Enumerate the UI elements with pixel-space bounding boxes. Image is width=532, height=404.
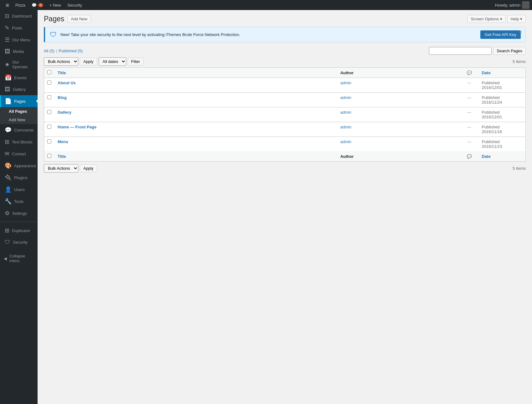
sidebar-item-comments[interactable]: 💬 Comments [0,124,38,136]
adminbar-security[interactable]: Security [64,0,85,10]
adminbar-new[interactable]: + New [46,0,64,10]
new-label: + New [49,3,61,8]
sidebar-item-text-blocks[interactable]: ⊞ Text Blocks [0,136,38,148]
search-pages-input[interactable] [429,47,492,55]
adminbar-wp-logo[interactable]: ⊞ [3,0,12,10]
sidebar-item-label: Posts [12,26,22,30]
plugins-icon: 🔌 [5,174,12,181]
date-filter-select[interactable]: All dates [99,57,126,66]
help-button[interactable]: Help ▾ [507,15,526,23]
filter-button[interactable]: Filter [128,58,144,65]
sidebar-item-posts[interactable]: ✎ Posts [0,22,38,34]
top-apply-button[interactable]: Apply [80,58,97,65]
sidebar-item-label: Settings [12,211,27,216]
select-all-footer-checkbox[interactable] [47,154,51,158]
notice-text: New! Take your site security to the next… [60,32,477,37]
sidebar-item-label: Plugins [14,175,28,180]
sidebar-item-our-menu[interactable]: ☰ Our Menu [0,34,38,46]
row-date-4: Published 2016/11/23 [479,137,526,152]
sidebar-subitem-all-pages[interactable]: All Pages [0,107,38,116]
filter-all[interactable]: All (5) [44,49,54,53]
select-all-checkbox[interactable] [47,70,51,74]
page-title-link-3[interactable]: Home — Front Page [58,125,96,129]
sidebar-item-pages[interactable]: 📄 Pages [0,95,38,107]
sidebar-item-label: Gallery [13,87,26,92]
sidebar-item-label: Users [14,187,25,192]
pages-table: Title Author 💬 Date [44,67,526,162]
author-link-4[interactable]: admin [340,139,351,144]
row-author-0: admin [337,78,460,93]
bottom-table-controls: Bulk Actions Apply 5 items [44,164,526,173]
row-select-checkbox-3[interactable] [47,125,51,129]
sidebar-item-duplicator[interactable]: ⊞ Duplicator [0,225,38,236]
row-comments-2: — [460,107,479,122]
date-val-2: 2016/12/01 [482,115,502,119]
sidebar-item-plugins[interactable]: 🔌 Plugins [0,172,38,184]
page-title-link-1[interactable]: Blog [58,95,67,100]
top-bulk-actions-select[interactable]: Bulk Actions [44,57,78,66]
sidebar-item-events[interactable]: 📅 Events [0,72,38,84]
author-header-label: Author [340,70,354,75]
adminbar-comments[interactable]: 💬 0 [28,0,46,10]
row-checkbox-3 [44,122,55,137]
notice-close-button[interactable]: × [517,29,524,35]
author-link-2[interactable]: admin [340,110,351,115]
author-link-1[interactable]: admin [340,95,351,100]
table-footer-title[interactable]: Title [54,151,337,162]
sidebar-subitem-add-new[interactable]: Add New [0,116,38,124]
table-header-title[interactable]: Title [54,68,337,78]
bottom-apply-button[interactable]: Apply [80,164,97,172]
subitem-label: All Pages [9,109,27,114]
row-checkbox-0 [44,78,55,93]
get-free-api-key-button[interactable]: Get Free API Key [480,30,521,39]
collapse-menu-button[interactable]: ◀ Collapse menu [0,251,38,266]
howdy-text: Howdy, admin [495,3,520,8]
filter-all-count: (5) [49,49,54,53]
pub-status-4: Published [482,139,500,144]
filter-published[interactable]: Published (5) [59,49,83,53]
pub-status-1: Published [482,95,500,100]
page-title-link-0[interactable]: About Us [58,80,76,85]
comments-count-badge: 0 [38,3,43,7]
page-title-link-2[interactable]: Gallery [58,110,71,115]
date-val-0: 2016/12/01 [482,85,502,90]
row-select-checkbox-0[interactable] [47,80,51,85]
bottom-bulk-actions-select[interactable]: Bulk Actions [44,164,78,173]
screen-options-button[interactable]: Screen Options ▾ [467,15,505,23]
events-icon: 📅 [5,74,12,81]
title-footer-label: Title [58,154,66,159]
author-link-3[interactable]: admin [340,125,351,129]
sidebar-item-gallery[interactable]: 🖼 Gallery [0,84,38,95]
sidebar-item-our-specials[interactable]: ★ Our Specials [0,57,38,72]
table-row: Menu admin — Published 2016/11/23 [44,137,526,152]
date-val-3: 2016/11/16 [482,129,502,134]
sidebar-item-users[interactable]: 👤 Users [0,184,38,195]
table-footer-date[interactable]: Date [479,151,526,162]
pub-status-0: Published [482,80,500,85]
help-label: Help [511,17,519,21]
sidebar-item-media[interactable]: 🖼 Media [0,46,38,57]
date-val-4: 2016/11/23 [482,144,502,149]
page-title-link-4[interactable]: Menu [58,139,68,144]
subitem-label: Add New [9,117,25,122]
row-comments-3: — [460,122,479,137]
dashboard-icon: ⊟ [5,13,9,19]
search-pages-button[interactable]: Search Pages [493,47,526,55]
table-header-date[interactable]: Date [479,68,526,78]
row-comments-0: — [460,78,479,93]
adminbar-site-name[interactable]: Pizza [12,0,28,10]
row-select-checkbox-1[interactable] [47,95,51,99]
sidebar-item-appearance[interactable]: 🎨 Appearance [0,160,38,172]
author-link-0[interactable]: admin [340,80,351,85]
sidebar-item-security[interactable]: 🛡 Security [0,236,38,248]
site-name-label: Pizza [15,3,25,8]
sidebar-item-dashboard[interactable]: ⊟ Dashboard [0,10,38,22]
sidebar-item-settings[interactable]: ⚙ Settings [0,207,38,219]
row-select-checkbox-4[interactable] [47,139,51,143]
search-area: Search Pages [429,47,526,55]
sidebar-item-tools[interactable]: 🔧 Tools [0,195,38,207]
add-new-button[interactable]: Add New [67,15,91,23]
sidebar-item-contact[interactable]: ✉ Contact [0,148,38,160]
shield-icon: 🛡 [50,31,57,39]
row-select-checkbox-2[interactable] [47,110,51,114]
